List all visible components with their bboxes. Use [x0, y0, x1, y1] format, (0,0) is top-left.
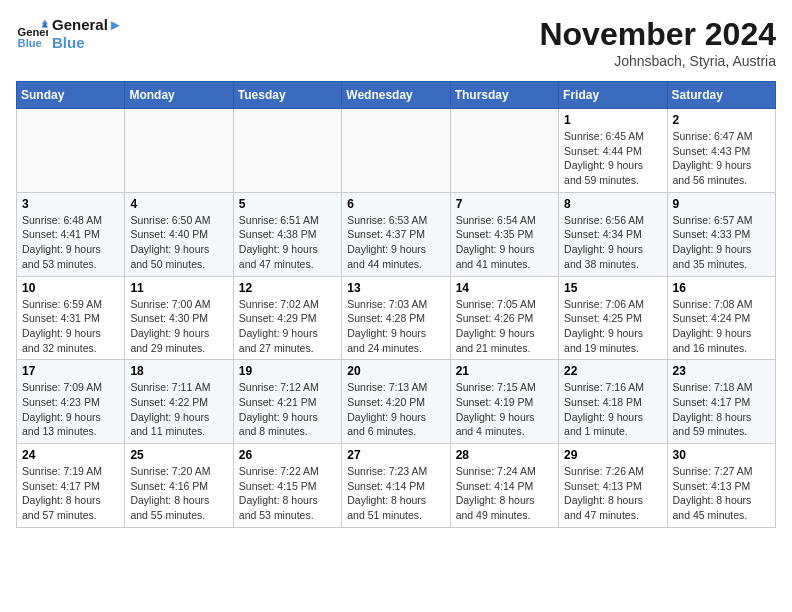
calendar-cell: 26Sunrise: 7:22 AM Sunset: 4:15 PM Dayli… [233, 444, 341, 528]
day-info: Sunrise: 6:50 AM Sunset: 4:40 PM Dayligh… [130, 213, 227, 272]
day-info: Sunrise: 7:05 AM Sunset: 4:26 PM Dayligh… [456, 297, 553, 356]
day-number: 26 [239, 448, 336, 462]
calendar-cell: 23Sunrise: 7:18 AM Sunset: 4:17 PM Dayli… [667, 360, 775, 444]
logo-arrow: ► [108, 16, 123, 33]
day-info: Sunrise: 6:56 AM Sunset: 4:34 PM Dayligh… [564, 213, 661, 272]
calendar-cell: 16Sunrise: 7:08 AM Sunset: 4:24 PM Dayli… [667, 276, 775, 360]
day-number: 13 [347, 281, 444, 295]
day-info: Sunrise: 7:11 AM Sunset: 4:22 PM Dayligh… [130, 380, 227, 439]
calendar-cell: 17Sunrise: 7:09 AM Sunset: 4:23 PM Dayli… [17, 360, 125, 444]
day-number: 14 [456, 281, 553, 295]
calendar-cell [233, 109, 341, 193]
day-info: Sunrise: 6:53 AM Sunset: 4:37 PM Dayligh… [347, 213, 444, 272]
calendar-cell [342, 109, 450, 193]
title-area: November 2024 Johnsbach, Styria, Austria [539, 16, 776, 69]
day-number: 25 [130, 448, 227, 462]
calendar-cell: 13Sunrise: 7:03 AM Sunset: 4:28 PM Dayli… [342, 276, 450, 360]
day-info: Sunrise: 7:03 AM Sunset: 4:28 PM Dayligh… [347, 297, 444, 356]
day-info: Sunrise: 7:22 AM Sunset: 4:15 PM Dayligh… [239, 464, 336, 523]
day-info: Sunrise: 7:18 AM Sunset: 4:17 PM Dayligh… [673, 380, 770, 439]
header-saturday: Saturday [667, 82, 775, 109]
day-number: 12 [239, 281, 336, 295]
day-info: Sunrise: 7:16 AM Sunset: 4:18 PM Dayligh… [564, 380, 661, 439]
day-number: 6 [347, 197, 444, 211]
day-info: Sunrise: 7:12 AM Sunset: 4:21 PM Dayligh… [239, 380, 336, 439]
day-number: 7 [456, 197, 553, 211]
week-row-1: 1Sunrise: 6:45 AM Sunset: 4:44 PM Daylig… [17, 109, 776, 193]
day-number: 11 [130, 281, 227, 295]
day-info: Sunrise: 7:27 AM Sunset: 4:13 PM Dayligh… [673, 464, 770, 523]
calendar-header-row: SundayMondayTuesdayWednesdayThursdayFrid… [17, 82, 776, 109]
day-info: Sunrise: 6:59 AM Sunset: 4:31 PM Dayligh… [22, 297, 119, 356]
calendar-cell: 27Sunrise: 7:23 AM Sunset: 4:14 PM Dayli… [342, 444, 450, 528]
day-info: Sunrise: 7:26 AM Sunset: 4:13 PM Dayligh… [564, 464, 661, 523]
day-info: Sunrise: 7:08 AM Sunset: 4:24 PM Dayligh… [673, 297, 770, 356]
day-number: 30 [673, 448, 770, 462]
calendar-cell: 7Sunrise: 6:54 AM Sunset: 4:35 PM Daylig… [450, 192, 558, 276]
day-number: 5 [239, 197, 336, 211]
day-number: 24 [22, 448, 119, 462]
day-number: 8 [564, 197, 661, 211]
header-monday: Monday [125, 82, 233, 109]
calendar-cell: 9Sunrise: 6:57 AM Sunset: 4:33 PM Daylig… [667, 192, 775, 276]
header-wednesday: Wednesday [342, 82, 450, 109]
day-number: 28 [456, 448, 553, 462]
month-title: November 2024 [539, 16, 776, 53]
calendar-cell: 3Sunrise: 6:48 AM Sunset: 4:41 PM Daylig… [17, 192, 125, 276]
header-friday: Friday [559, 82, 667, 109]
day-number: 9 [673, 197, 770, 211]
calendar-cell: 22Sunrise: 7:16 AM Sunset: 4:18 PM Dayli… [559, 360, 667, 444]
day-info: Sunrise: 7:06 AM Sunset: 4:25 PM Dayligh… [564, 297, 661, 356]
logo-blue: Blue [52, 34, 123, 52]
day-number: 29 [564, 448, 661, 462]
calendar-cell: 11Sunrise: 7:00 AM Sunset: 4:30 PM Dayli… [125, 276, 233, 360]
calendar-cell: 4Sunrise: 6:50 AM Sunset: 4:40 PM Daylig… [125, 192, 233, 276]
day-info: Sunrise: 7:23 AM Sunset: 4:14 PM Dayligh… [347, 464, 444, 523]
calendar-cell: 24Sunrise: 7:19 AM Sunset: 4:17 PM Dayli… [17, 444, 125, 528]
day-info: Sunrise: 7:09 AM Sunset: 4:23 PM Dayligh… [22, 380, 119, 439]
calendar-cell: 15Sunrise: 7:06 AM Sunset: 4:25 PM Dayli… [559, 276, 667, 360]
day-number: 22 [564, 364, 661, 378]
day-number: 10 [22, 281, 119, 295]
day-number: 3 [22, 197, 119, 211]
day-number: 1 [564, 113, 661, 127]
calendar-cell: 30Sunrise: 7:27 AM Sunset: 4:13 PM Dayli… [667, 444, 775, 528]
day-info: Sunrise: 7:00 AM Sunset: 4:30 PM Dayligh… [130, 297, 227, 356]
day-info: Sunrise: 6:57 AM Sunset: 4:33 PM Dayligh… [673, 213, 770, 272]
day-info: Sunrise: 7:24 AM Sunset: 4:14 PM Dayligh… [456, 464, 553, 523]
day-number: 20 [347, 364, 444, 378]
day-number: 17 [22, 364, 119, 378]
svg-text:Blue: Blue [18, 37, 42, 49]
calendar-cell: 25Sunrise: 7:20 AM Sunset: 4:16 PM Dayli… [125, 444, 233, 528]
header-thursday: Thursday [450, 82, 558, 109]
day-info: Sunrise: 7:20 AM Sunset: 4:16 PM Dayligh… [130, 464, 227, 523]
calendar-cell [17, 109, 125, 193]
calendar-cell: 20Sunrise: 7:13 AM Sunset: 4:20 PM Dayli… [342, 360, 450, 444]
day-number: 2 [673, 113, 770, 127]
week-row-4: 17Sunrise: 7:09 AM Sunset: 4:23 PM Dayli… [17, 360, 776, 444]
calendar-cell: 29Sunrise: 7:26 AM Sunset: 4:13 PM Dayli… [559, 444, 667, 528]
calendar-cell: 21Sunrise: 7:15 AM Sunset: 4:19 PM Dayli… [450, 360, 558, 444]
calendar-cell [125, 109, 233, 193]
day-number: 15 [564, 281, 661, 295]
calendar-cell: 2Sunrise: 6:47 AM Sunset: 4:43 PM Daylig… [667, 109, 775, 193]
day-info: Sunrise: 6:45 AM Sunset: 4:44 PM Dayligh… [564, 129, 661, 188]
logo-general: General [52, 16, 108, 33]
logo-icon: General Blue [16, 18, 48, 50]
calendar-cell: 10Sunrise: 6:59 AM Sunset: 4:31 PM Dayli… [17, 276, 125, 360]
subtitle: Johnsbach, Styria, Austria [539, 53, 776, 69]
day-number: 19 [239, 364, 336, 378]
day-number: 18 [130, 364, 227, 378]
calendar-cell: 19Sunrise: 7:12 AM Sunset: 4:21 PM Dayli… [233, 360, 341, 444]
day-info: Sunrise: 7:15 AM Sunset: 4:19 PM Dayligh… [456, 380, 553, 439]
day-number: 16 [673, 281, 770, 295]
header-tuesday: Tuesday [233, 82, 341, 109]
day-info: Sunrise: 7:02 AM Sunset: 4:29 PM Dayligh… [239, 297, 336, 356]
calendar-cell: 5Sunrise: 6:51 AM Sunset: 4:38 PM Daylig… [233, 192, 341, 276]
day-number: 21 [456, 364, 553, 378]
calendar-cell: 28Sunrise: 7:24 AM Sunset: 4:14 PM Dayli… [450, 444, 558, 528]
calendar-cell: 18Sunrise: 7:11 AM Sunset: 4:22 PM Dayli… [125, 360, 233, 444]
day-info: Sunrise: 6:51 AM Sunset: 4:38 PM Dayligh… [239, 213, 336, 272]
header: General Blue General► Blue November 2024… [16, 16, 776, 69]
day-number: 4 [130, 197, 227, 211]
